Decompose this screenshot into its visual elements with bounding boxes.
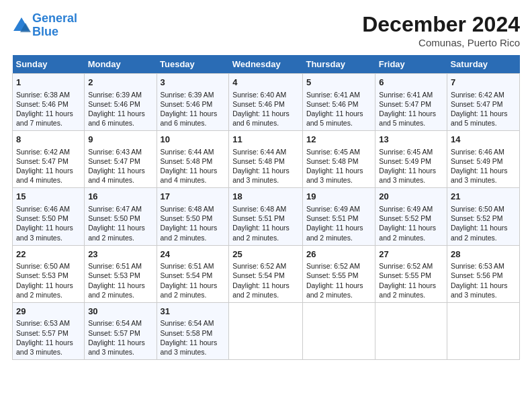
calendar-day-29: 29Sunrise: 6:53 AMSunset: 5:57 PMDayligh…: [13, 302, 85, 359]
sunset-text: Sunset: 5:49 PM: [451, 157, 503, 165]
calendar-week-4: 22Sunrise: 6:50 AMSunset: 5:53 PMDayligh…: [13, 245, 520, 302]
daylight-text: Daylight: 11 hours and 3 minutes.: [232, 167, 290, 184]
sunset-text: Sunset: 5:50 PM: [16, 214, 69, 222]
day-number: 5: [306, 77, 371, 89]
day-number: 14: [451, 134, 516, 146]
sunrise-text: Sunrise: 6:50 AM: [451, 205, 504, 213]
daylight-text: Daylight: 11 hours and 2 minutes.: [161, 224, 218, 241]
daylight-text: Daylight: 11 hours and 3 minutes.: [451, 281, 508, 299]
daylight-text: Daylight: 11 hours and 3 minutes.: [16, 338, 73, 356]
daylight-text: Daylight: 11 hours and 2 minutes.: [451, 224, 508, 241]
sunrise-text: Sunrise: 6:46 AM: [16, 205, 70, 213]
sunset-text: Sunset: 5:56 PM: [451, 271, 503, 279]
day-number: 25: [232, 248, 299, 261]
sunset-text: Sunset: 5:47 PM: [379, 100, 431, 108]
sunset-text: Sunset: 5:50 PM: [88, 214, 140, 222]
daylight-text: Daylight: 11 hours and 2 minutes.: [306, 224, 363, 241]
sunset-text: Sunset: 5:48 PM: [232, 157, 285, 165]
daylight-text: Daylight: 11 hours and 4 minutes.: [88, 167, 145, 184]
day-number: 20: [379, 191, 443, 203]
day-header-thursday: Thursday: [302, 55, 375, 74]
calendar-day-20: 20Sunrise: 6:49 AMSunset: 5:52 PMDayligh…: [375, 188, 447, 245]
sunrise-text: Sunrise: 6:40 AM: [232, 91, 286, 99]
sunset-text: Sunset: 5:50 PM: [161, 214, 213, 222]
sunrise-text: Sunrise: 6:43 AM: [88, 148, 142, 156]
sunrise-text: Sunrise: 6:44 AM: [232, 148, 286, 156]
calendar-day-10: 10Sunrise: 6:44 AMSunset: 5:48 PMDayligh…: [157, 131, 229, 188]
sunset-text: Sunset: 5:52 PM: [379, 214, 431, 222]
calendar-day-21: 21Sunrise: 6:50 AMSunset: 5:52 PMDayligh…: [447, 188, 519, 245]
sunset-text: Sunset: 5:47 PM: [16, 157, 69, 165]
logo: General Blue: [12, 12, 77, 39]
sunrise-text: Sunrise: 6:45 AM: [306, 148, 360, 156]
sunset-text: Sunset: 5:46 PM: [16, 100, 69, 108]
daylight-text: Daylight: 11 hours and 5 minutes.: [379, 109, 436, 127]
day-header-sunday: Sunday: [13, 55, 85, 74]
calendar-day-25: 25Sunrise: 6:52 AMSunset: 5:54 PMDayligh…: [229, 245, 303, 302]
daylight-text: Daylight: 11 hours and 2 minutes.: [379, 224, 436, 241]
day-number: 19: [306, 191, 371, 203]
sunrise-text: Sunrise: 6:42 AM: [451, 91, 504, 99]
sunset-text: Sunset: 5:54 PM: [232, 271, 285, 279]
sunset-text: Sunset: 5:51 PM: [306, 214, 359, 222]
title-block: December 2024 Comunas, Puerto Rico: [362, 12, 520, 48]
sunrise-text: Sunrise: 6:54 AM: [88, 319, 142, 327]
day-number: 4: [232, 77, 299, 89]
calendar-day-6: 6Sunrise: 6:41 AMSunset: 5:47 PMDaylight…: [375, 74, 447, 131]
calendar-week-5: 29Sunrise: 6:53 AMSunset: 5:57 PMDayligh…: [13, 302, 520, 359]
sunrise-text: Sunrise: 6:44 AM: [161, 148, 214, 156]
day-header-saturday: Saturday: [447, 55, 519, 74]
day-header-friday: Friday: [375, 55, 447, 74]
day-number: 15: [16, 191, 81, 203]
sunset-text: Sunset: 5:58 PM: [161, 329, 213, 337]
sunrise-text: Sunrise: 6:49 AM: [379, 205, 433, 213]
month-title: December 2024: [362, 12, 520, 37]
day-number: 1: [16, 77, 81, 89]
calendar-day-16: 16Sunrise: 6:47 AMSunset: 5:50 PMDayligh…: [85, 188, 157, 245]
sunrise-text: Sunrise: 6:52 AM: [379, 262, 433, 270]
logo-text: General Blue: [32, 12, 77, 39]
day-number: 26: [306, 248, 371, 261]
day-number: 7: [451, 77, 516, 89]
empty-cell: [302, 302, 375, 359]
sunset-text: Sunset: 5:49 PM: [379, 157, 431, 165]
calendar-week-1: 1Sunrise: 6:38 AMSunset: 5:46 PMDaylight…: [13, 74, 520, 131]
sunset-text: Sunset: 5:48 PM: [306, 157, 359, 165]
daylight-text: Daylight: 11 hours and 6 minutes.: [88, 109, 145, 127]
sunrise-text: Sunrise: 6:45 AM: [379, 148, 433, 156]
day-header-wednesday: Wednesday: [229, 55, 303, 74]
day-number: 13: [379, 134, 443, 146]
daylight-text: Daylight: 11 hours and 4 minutes.: [161, 167, 218, 184]
day-number: 6: [379, 77, 443, 89]
day-number: 24: [161, 248, 226, 261]
sunrise-text: Sunrise: 6:53 AM: [16, 319, 70, 327]
daylight-text: Daylight: 11 hours and 6 minutes.: [161, 109, 218, 127]
calendar-day-9: 9Sunrise: 6:43 AMSunset: 5:47 PMDaylight…: [85, 131, 157, 188]
sunset-text: Sunset: 5:51 PM: [232, 214, 285, 222]
sunrise-text: Sunrise: 6:50 AM: [16, 262, 70, 270]
calendar-day-14: 14Sunrise: 6:46 AMSunset: 5:49 PMDayligh…: [447, 131, 519, 188]
sunset-text: Sunset: 5:46 PM: [232, 100, 285, 108]
calendar-day-18: 18Sunrise: 6:48 AMSunset: 5:51 PMDayligh…: [229, 188, 303, 245]
calendar-day-15: 15Sunrise: 6:46 AMSunset: 5:50 PMDayligh…: [13, 188, 85, 245]
day-number: 27: [379, 248, 443, 261]
calendar-day-13: 13Sunrise: 6:45 AMSunset: 5:49 PMDayligh…: [375, 131, 447, 188]
daylight-text: Daylight: 11 hours and 2 minutes.: [379, 281, 436, 299]
calendar-day-31: 31Sunrise: 6:54 AMSunset: 5:58 PMDayligh…: [157, 302, 229, 359]
sunset-text: Sunset: 5:53 PM: [16, 271, 69, 279]
day-number: 21: [451, 191, 516, 203]
sunset-text: Sunset: 5:57 PM: [16, 329, 69, 337]
day-header-tuesday: Tuesday: [157, 55, 229, 74]
calendar-day-3: 3Sunrise: 6:39 AMSunset: 5:46 PMDaylight…: [157, 74, 229, 131]
daylight-text: Daylight: 11 hours and 3 minutes.: [88, 338, 145, 356]
calendar-day-1: 1Sunrise: 6:38 AMSunset: 5:46 PMDaylight…: [13, 74, 85, 131]
daylight-text: Daylight: 11 hours and 6 minutes.: [232, 109, 290, 127]
calendar-day-7: 7Sunrise: 6:42 AMSunset: 5:47 PMDaylight…: [447, 74, 519, 131]
sunrise-text: Sunrise: 6:47 AM: [88, 205, 142, 213]
day-number: 22: [16, 248, 81, 261]
sunset-text: Sunset: 5:46 PM: [306, 100, 359, 108]
calendar-day-2: 2Sunrise: 6:39 AMSunset: 5:46 PMDaylight…: [85, 74, 157, 131]
sunrise-text: Sunrise: 6:48 AM: [232, 205, 286, 213]
sunset-text: Sunset: 5:55 PM: [306, 271, 359, 279]
sunset-text: Sunset: 5:46 PM: [161, 100, 213, 108]
